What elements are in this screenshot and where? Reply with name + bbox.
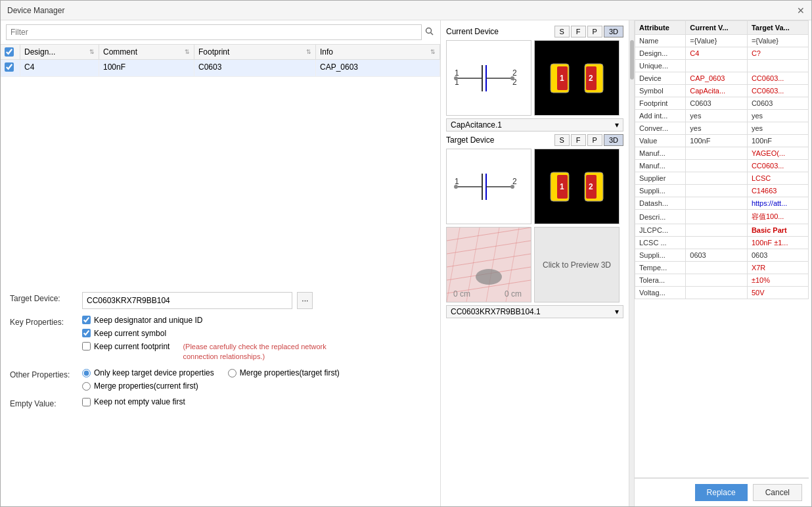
col-header-design[interactable]: Design... ⇅ — [20, 45, 99, 59]
keep-footprint-label: Keep current footprint — [94, 342, 169, 351]
middle-scrollbar[interactable] — [629, 20, 634, 506]
attr-row: Tolera...±10% — [635, 274, 809, 287]
attr-row: Unique... — [635, 60, 809, 72]
only-keep-target-row: Only keep target device properties Merge… — [82, 368, 431, 377]
attr-target-cell: ±10% — [747, 274, 808, 287]
merge-current-first-radio[interactable] — [82, 382, 91, 391]
target-3d-preview-box[interactable]: Click to Preview 3D — [534, 227, 620, 302]
attr-row: Value100nF100nF — [635, 135, 809, 147]
target-device-row: Target Device: ··· — [10, 292, 431, 309]
keep-footprint-checkbox[interactable] — [82, 342, 91, 350]
current-s-button[interactable]: S — [554, 26, 570, 37]
close-button[interactable]: ✕ — [797, 5, 805, 16]
current-3d-button[interactable]: 3D — [604, 26, 623, 37]
col-header-info[interactable]: Info ⇅ — [316, 45, 440, 59]
keep-symbol-checkbox[interactable] — [82, 329, 91, 337]
attr-name-cell: Unique... — [635, 60, 686, 72]
current-device-view-buttons: S F P 3D — [554, 26, 623, 37]
window-title: Device Manager — [7, 6, 64, 15]
attr-name-cell: Footprint — [635, 97, 686, 110]
current-pcb-preview[interactable]: 1 2 — [534, 40, 620, 116]
keep-not-empty-row: Keep not empty value first — [82, 397, 431, 406]
svg-point-11 — [510, 76, 514, 80]
target-device-input[interactable] — [82, 292, 292, 309]
svg-rect-27 — [537, 154, 616, 220]
target-pcb-preview[interactable]: 1 2 — [534, 149, 620, 224]
sort-icon: ⇅ — [185, 49, 190, 55]
attr-name-cell: Manuf... — [635, 160, 686, 172]
attr-row: Voltag...50V — [635, 287, 809, 299]
filter-input[interactable] — [6, 24, 422, 40]
svg-point-26 — [510, 185, 514, 189]
middle-section: Current Device S F P 3D — [441, 20, 635, 506]
col-header-comment[interactable]: Comment ⇅ — [99, 45, 194, 59]
dropdown-arrow-icon[interactable]: ▾ — [615, 120, 619, 130]
target-device-title: Target Device — [446, 135, 494, 145]
target-3d-button[interactable]: 3D — [604, 134, 623, 146]
sort-icon: ⇅ — [89, 49, 95, 55]
merge-current-first-label: Merge properties(current first) — [94, 381, 198, 391]
attr-row: Conver...yesyes — [635, 122, 809, 135]
attr-name-cell: Design... — [635, 47, 686, 60]
select-all-checkbox[interactable] — [5, 47, 14, 57]
target-col-header: Target Va... — [747, 21, 808, 35]
attr-target-cell: C0603 — [747, 97, 808, 110]
attr-name-cell: Add int... — [635, 110, 686, 122]
scrollbar-thumb[interactable] — [630, 40, 634, 80]
attr-current-cell — [686, 274, 748, 287]
attr-current-cell: 100nF — [686, 135, 748, 147]
attr-target-cell: 0603 — [747, 249, 808, 262]
attr-current-cell — [686, 287, 748, 299]
svg-point-10 — [454, 76, 458, 80]
attr-target-cell: 100nF ±1... — [747, 237, 808, 249]
target-schematic-preview[interactable]: 1 2 — [446, 149, 531, 224]
attr-current-cell: C4 — [686, 47, 748, 60]
current-component-name-bar[interactable]: CapAcitance.1 ▾ — [446, 118, 623, 132]
form-section: Target Device: ··· Key Properties: Keep … — [1, 285, 440, 507]
attr-current-cell: CapAcita... — [686, 85, 748, 97]
current-schematic-preview[interactable]: 1 1 2 2 — [446, 40, 531, 116]
attr-target-cell: X7R — [747, 262, 808, 274]
replace-button[interactable]: Replace — [695, 484, 748, 501]
target-3d-grid-preview[interactable]: 0 cm 0 cm — [446, 227, 531, 302]
target-dropdown-arrow-icon[interactable]: ▾ — [615, 307, 619, 316]
key-properties-row: Key Properties: Keep designator and uniq… — [10, 316, 431, 362]
cancel-button[interactable]: Cancel — [753, 484, 802, 501]
target-s-button[interactable]: S — [554, 134, 570, 146]
attr-name-cell: LCSC ... — [635, 237, 686, 249]
svg-point-25 — [454, 185, 458, 189]
target-device-controls: ··· — [82, 292, 431, 309]
search-icon[interactable] — [424, 26, 435, 39]
attr-name-cell: Tempe... — [635, 262, 686, 274]
target-f-button[interactable]: F — [571, 134, 586, 146]
row-checkbox[interactable] — [5, 62, 14, 72]
keep-designator-label: Keep designator and unique ID — [94, 316, 202, 325]
footer-buttons: Replace Cancel — [635, 478, 809, 506]
current-p-button[interactable]: P — [587, 26, 602, 37]
merge-target-first-radio[interactable] — [228, 369, 237, 377]
keep-designator-checkbox[interactable] — [82, 316, 91, 324]
attr-name-cell: Suppli... — [635, 185, 686, 197]
attr-name-cell: Symbol — [635, 85, 686, 97]
attr-name-cell: Device — [635, 72, 686, 85]
only-keep-target-radio[interactable] — [82, 369, 91, 377]
current-component-name: CapAcitance.1 — [451, 120, 502, 130]
col-header-footprint[interactable]: Footprint ⇅ — [194, 45, 316, 59]
sort-icon: ⇅ — [430, 49, 436, 55]
current-f-button[interactable]: F — [571, 26, 586, 37]
attr-row: Manuf...CC0603... — [635, 160, 809, 172]
attr-current-cell: ={Value} — [686, 35, 748, 47]
keep-footprint-row: Keep current footprint — [82, 342, 169, 351]
attr-row: Name={Value}={Value} — [635, 35, 809, 47]
target-component-name-bar[interactable]: CC0603KRX7R9BB104.1 ▾ — [446, 305, 623, 318]
keep-symbol-label: Keep current symbol — [94, 329, 166, 338]
table-row[interactable]: C4 100nF C0603 CAP_0603 — [1, 60, 440, 77]
merge-current-first-row: Merge properties(current first) — [82, 381, 431, 391]
attr-row: SymbolCapAcita...CC0603... — [635, 85, 809, 97]
svg-rect-12 — [537, 45, 616, 111]
title-bar: Device Manager ✕ — [1, 1, 811, 20]
dots-button[interactable]: ··· — [297, 292, 313, 309]
attr-current-cell — [686, 147, 748, 160]
keep-not-empty-checkbox[interactable] — [82, 398, 91, 406]
target-p-button[interactable]: P — [587, 134, 602, 146]
